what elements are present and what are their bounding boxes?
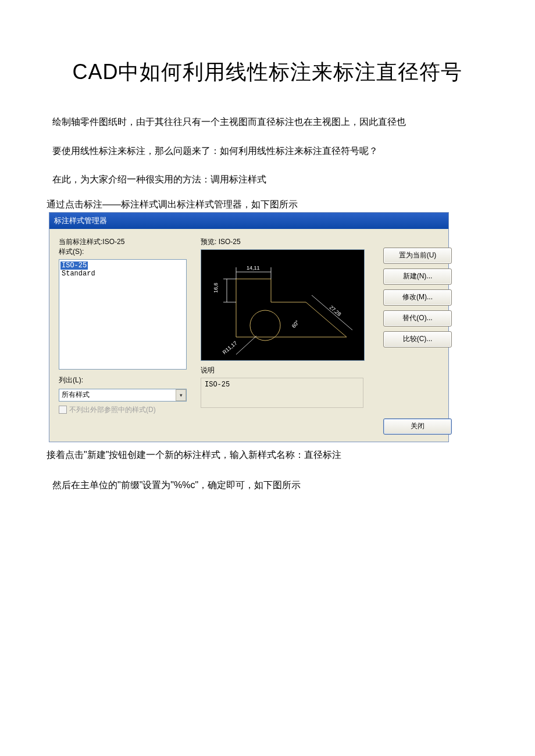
- preview-svg: 14,11 16,6 27,28: [201, 250, 364, 360]
- paragraph-5: 接着点击"新建"按钮创建一个新的标注样式，输入新样式名称：直径标注: [47, 449, 488, 461]
- style-item-iso25[interactable]: ISO-25: [60, 261, 88, 270]
- list-combobox-value: 所有样式: [62, 390, 90, 400]
- close-button[interactable]: 关闭: [383, 418, 452, 435]
- styles-label: 样式(S):: [59, 247, 192, 257]
- preview-column: 预览: ISO-25 14,11: [201, 237, 375, 408]
- new-button[interactable]: 新建(N)...: [383, 268, 452, 285]
- exclude-xref-label: 不列出外部参照中的样式(D): [69, 405, 156, 415]
- page-content: CAD中如何利用线性标注来标注直径符号 绘制轴零件图纸时，由于其往往只有一个主视…: [0, 0, 535, 536]
- dialog-body: 当前标注样式:ISO-25 样式(S): ISO-25 Standard 列出(…: [49, 229, 448, 442]
- description-label: 说明: [201, 366, 375, 375]
- preview-image: 14,11 16,6 27,28: [201, 249, 365, 361]
- svg-point-0: [250, 310, 280, 341]
- description-box: ISO-25: [201, 378, 363, 408]
- preview-label: 预览: ISO-25: [201, 237, 375, 247]
- paragraph-4: 通过点击标注——标注样式调出标注样式管理器，如下图所示: [47, 199, 488, 211]
- buttons-column: 置为当前(U) 新建(N)... 修改(M)... 替代(O)... 比较(C)…: [383, 248, 452, 347]
- list-combobox[interactable]: 所有样式 ▾: [59, 389, 187, 402]
- style-item-standard[interactable]: Standard: [60, 270, 185, 278]
- dimension-style-manager-dialog: 标注样式管理器 当前标注样式:ISO-25 样式(S): ISO-25 Stan…: [49, 212, 449, 442]
- set-current-button[interactable]: 置为当前(U): [383, 248, 452, 264]
- override-button[interactable]: 替代(O)...: [383, 310, 452, 327]
- paragraph-2: 要使用线性标注来标注，那么问题来了：如何利用线性标注来标注直径符号呢？: [47, 139, 488, 163]
- preview-dim-top: 14,11: [247, 265, 260, 271]
- list-label: 列出(L):: [59, 375, 192, 385]
- chevron-down-icon[interactable]: ▾: [176, 389, 186, 401]
- paragraph-3: 在此，为大家介绍一种很实用的方法：调用标注样式: [47, 167, 488, 192]
- preview-dim-angle: 60°: [291, 319, 301, 329]
- svg-line-8: [236, 336, 256, 354]
- dialog-titlebar: 标注样式管理器: [49, 213, 448, 229]
- styles-column: 当前标注样式:ISO-25 样式(S): ISO-25 Standard 列出(…: [59, 237, 192, 415]
- compare-button[interactable]: 比较(C)...: [383, 331, 452, 347]
- preview-dim-left: 16,6: [213, 282, 219, 293]
- checkbox-icon[interactable]: [59, 406, 67, 414]
- styles-listbox[interactable]: ISO-25 Standard: [59, 259, 187, 370]
- close-row: 关闭: [59, 418, 452, 435]
- paragraph-6: 然后在主单位的"前缀"设置为"%%c"，确定即可，如下图所示: [47, 473, 488, 497]
- paragraph-1: 绘制轴零件图纸时，由于其往往只有一个主视图而直径标注也在主视图上，因此直径也: [47, 110, 488, 134]
- page-title: CAD中如何利用线性标注来标注直径符号: [47, 58, 488, 87]
- modify-button[interactable]: 修改(M)...: [383, 289, 452, 306]
- preview-dim-radius: R11,17: [222, 340, 238, 355]
- exclude-xref-row: 不列出外部参照中的样式(D): [59, 405, 192, 415]
- current-style-label: 当前标注样式:ISO-25: [59, 237, 192, 247]
